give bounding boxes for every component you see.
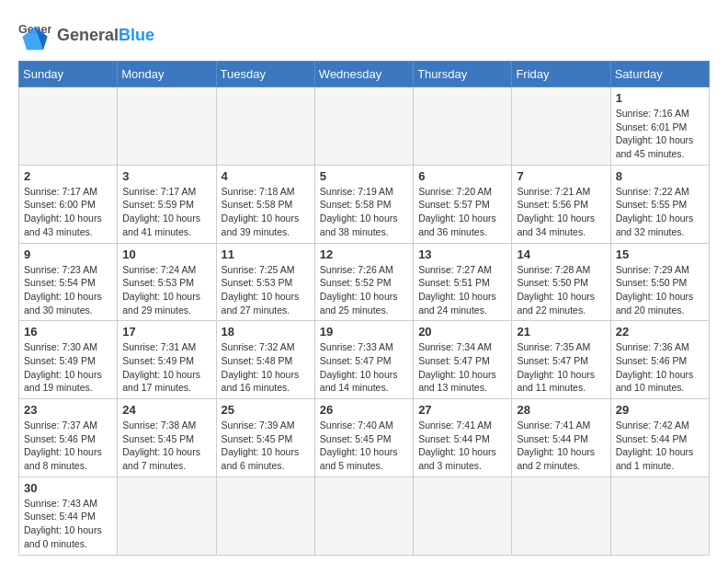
calendar-cell — [216, 87, 314, 166]
calendar-cell: 1Sunrise: 7:16 AM Sunset: 6:01 PM Daylig… — [610, 87, 709, 166]
calendar-cell — [414, 87, 512, 166]
day-number: 7 — [517, 169, 605, 183]
day-number: 18 — [222, 325, 310, 339]
calendar-week-4: 16Sunrise: 7:30 AM Sunset: 5:49 PM Dayli… — [19, 321, 710, 399]
day-number: 1 — [616, 91, 704, 105]
calendar-cell: 30Sunrise: 7:43 AM Sunset: 5:44 PM Dayli… — [19, 477, 118, 555]
day-info: Sunrise: 7:28 AM Sunset: 5:50 PM Dayligh… — [517, 263, 605, 317]
calendar-week-3: 9Sunrise: 7:23 AM Sunset: 5:54 PM Daylig… — [19, 243, 710, 321]
day-number: 29 — [616, 403, 704, 417]
calendar-header: SundayMondayTuesdayWednesdayThursdayFrid… — [19, 62, 710, 87]
day-number: 26 — [320, 403, 408, 417]
calendar-cell: 13Sunrise: 7:27 AM Sunset: 5:51 PM Dayli… — [414, 243, 512, 321]
calendar: SundayMondayTuesdayWednesdayThursdayFrid… — [18, 61, 710, 556]
calendar-cell — [314, 87, 413, 166]
calendar-cell — [19, 87, 118, 166]
weekday-header-tuesday: Tuesday — [216, 62, 314, 87]
day-number: 21 — [517, 325, 605, 339]
calendar-cell — [118, 87, 216, 166]
calendar-cell — [216, 477, 314, 555]
day-number: 25 — [222, 403, 310, 417]
calendar-cell: 3Sunrise: 7:17 AM Sunset: 5:59 PM Daylig… — [118, 165, 216, 243]
day-number: 27 — [418, 403, 506, 417]
calendar-cell — [314, 477, 413, 555]
day-number: 3 — [122, 169, 210, 183]
logo-general: General — [57, 26, 119, 44]
calendar-week-2: 2Sunrise: 7:17 AM Sunset: 6:00 PM Daylig… — [19, 165, 710, 243]
calendar-cell: 8Sunrise: 7:22 AM Sunset: 5:55 PM Daylig… — [610, 165, 709, 243]
day-number: 20 — [418, 325, 506, 339]
day-info: Sunrise: 7:24 AM Sunset: 5:53 PM Dayligh… — [122, 263, 210, 317]
calendar-cell: 18Sunrise: 7:32 AM Sunset: 5:48 PM Dayli… — [216, 321, 314, 399]
calendar-week-5: 23Sunrise: 7:37 AM Sunset: 5:46 PM Dayli… — [19, 399, 710, 477]
day-number: 16 — [24, 325, 112, 339]
day-info: Sunrise: 7:17 AM Sunset: 6:00 PM Dayligh… — [24, 185, 112, 239]
day-info: Sunrise: 7:36 AM Sunset: 5:46 PM Dayligh… — [616, 340, 704, 395]
calendar-cell — [512, 477, 610, 555]
day-number: 17 — [122, 325, 210, 339]
calendar-cell: 14Sunrise: 7:28 AM Sunset: 5:50 PM Dayli… — [512, 243, 610, 321]
day-info: Sunrise: 7:31 AM Sunset: 5:49 PM Dayligh… — [122, 340, 210, 395]
day-info: Sunrise: 7:17 AM Sunset: 5:59 PM Dayligh… — [122, 185, 210, 239]
calendar-cell: 12Sunrise: 7:26 AM Sunset: 5:52 PM Dayli… — [314, 243, 413, 321]
calendar-cell: 11Sunrise: 7:25 AM Sunset: 5:53 PM Dayli… — [216, 243, 314, 321]
day-number: 2 — [24, 169, 112, 183]
day-info: Sunrise: 7:25 AM Sunset: 5:53 PM Dayligh… — [222, 263, 310, 317]
day-number: 15 — [616, 247, 704, 261]
day-info: Sunrise: 7:40 AM Sunset: 5:45 PM Dayligh… — [320, 419, 408, 473]
day-info: Sunrise: 7:32 AM Sunset: 5:48 PM Dayligh… — [222, 340, 310, 395]
day-info: Sunrise: 7:23 AM Sunset: 5:54 PM Dayligh… — [24, 263, 112, 317]
calendar-cell: 15Sunrise: 7:29 AM Sunset: 5:50 PM Dayli… — [610, 243, 709, 321]
calendar-cell: 19Sunrise: 7:33 AM Sunset: 5:47 PM Dayli… — [314, 321, 413, 399]
calendar-cell: 2Sunrise: 7:17 AM Sunset: 6:00 PM Daylig… — [19, 165, 118, 243]
day-number: 24 — [122, 403, 210, 417]
page-header: General GeneralBlue — [18, 18, 710, 52]
calendar-cell — [414, 477, 512, 555]
logo-blue: Blue — [119, 26, 154, 44]
day-info: Sunrise: 7:33 AM Sunset: 5:47 PM Dayligh… — [320, 340, 408, 395]
day-info: Sunrise: 7:34 AM Sunset: 5:47 PM Dayligh… — [418, 340, 506, 395]
day-info: Sunrise: 7:41 AM Sunset: 5:44 PM Dayligh… — [517, 419, 605, 473]
calendar-cell: 24Sunrise: 7:38 AM Sunset: 5:45 PM Dayli… — [118, 399, 216, 477]
day-info: Sunrise: 7:19 AM Sunset: 5:58 PM Dayligh… — [320, 185, 408, 239]
calendar-cell: 6Sunrise: 7:20 AM Sunset: 5:57 PM Daylig… — [414, 165, 512, 243]
day-number: 22 — [616, 325, 704, 339]
day-number: 11 — [222, 247, 310, 261]
weekday-header-sunday: Sunday — [19, 62, 118, 87]
day-info: Sunrise: 7:21 AM Sunset: 5:56 PM Dayligh… — [517, 185, 605, 239]
day-number: 10 — [122, 247, 210, 261]
calendar-cell: 25Sunrise: 7:39 AM Sunset: 5:45 PM Dayli… — [216, 399, 314, 477]
day-info: Sunrise: 7:43 AM Sunset: 5:44 PM Dayligh… — [24, 497, 112, 551]
day-number: 9 — [24, 247, 112, 261]
day-info: Sunrise: 7:22 AM Sunset: 5:55 PM Dayligh… — [616, 185, 704, 239]
calendar-cell: 22Sunrise: 7:36 AM Sunset: 5:46 PM Dayli… — [610, 321, 709, 399]
day-info: Sunrise: 7:37 AM Sunset: 5:46 PM Dayligh… — [24, 419, 112, 473]
day-info: Sunrise: 7:38 AM Sunset: 5:45 PM Dayligh… — [122, 419, 210, 473]
calendar-body: 1Sunrise: 7:16 AM Sunset: 6:01 PM Daylig… — [19, 87, 710, 556]
day-info: Sunrise: 7:26 AM Sunset: 5:52 PM Dayligh… — [320, 263, 408, 317]
day-number: 4 — [222, 169, 310, 183]
logo: General GeneralBlue — [18, 18, 154, 52]
calendar-week-1: 1Sunrise: 7:16 AM Sunset: 6:01 PM Daylig… — [19, 87, 710, 166]
weekday-header-monday: Monday — [118, 62, 216, 87]
calendar-cell: 4Sunrise: 7:18 AM Sunset: 5:58 PM Daylig… — [216, 165, 314, 243]
day-info: Sunrise: 7:30 AM Sunset: 5:49 PM Dayligh… — [24, 340, 112, 395]
day-number: 6 — [418, 169, 506, 183]
day-number: 14 — [517, 247, 605, 261]
calendar-cell: 29Sunrise: 7:42 AM Sunset: 5:44 PM Dayli… — [610, 399, 709, 477]
calendar-cell: 20Sunrise: 7:34 AM Sunset: 5:47 PM Dayli… — [414, 321, 512, 399]
weekday-row: SundayMondayTuesdayWednesdayThursdayFrid… — [19, 62, 710, 87]
calendar-cell: 28Sunrise: 7:41 AM Sunset: 5:44 PM Dayli… — [512, 399, 610, 477]
calendar-cell: 9Sunrise: 7:23 AM Sunset: 5:54 PM Daylig… — [19, 243, 118, 321]
logo-icon: General — [18, 18, 51, 52]
day-info: Sunrise: 7:20 AM Sunset: 5:57 PM Dayligh… — [418, 185, 506, 239]
day-number: 30 — [24, 481, 112, 495]
day-number: 5 — [320, 169, 408, 183]
weekday-header-saturday: Saturday — [610, 62, 709, 87]
day-number: 12 — [320, 247, 408, 261]
calendar-week-6: 30Sunrise: 7:43 AM Sunset: 5:44 PM Dayli… — [19, 477, 710, 555]
day-number: 23 — [24, 403, 112, 417]
day-info: Sunrise: 7:27 AM Sunset: 5:51 PM Dayligh… — [418, 263, 506, 317]
calendar-cell: 27Sunrise: 7:41 AM Sunset: 5:44 PM Dayli… — [414, 399, 512, 477]
calendar-cell: 17Sunrise: 7:31 AM Sunset: 5:49 PM Dayli… — [118, 321, 216, 399]
